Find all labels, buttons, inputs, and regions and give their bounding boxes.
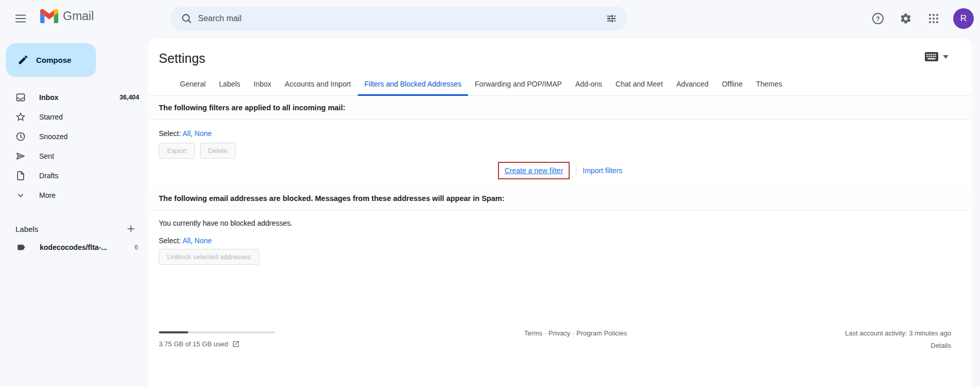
tab-inbox[interactable]: Inbox bbox=[247, 80, 278, 96]
select-none-link[interactable]: None bbox=[194, 237, 211, 245]
settings-panel: Settings General Labels Inbox Accounts a… bbox=[148, 39, 972, 387]
tab-accounts-and-import[interactable]: Accounts and Import bbox=[278, 80, 357, 96]
filters-section-header: The following filters are applied to all… bbox=[148, 96, 972, 120]
tab-offline[interactable]: Offline bbox=[715, 80, 749, 96]
separator: , bbox=[191, 237, 193, 245]
import-filters-link[interactable]: Import filters bbox=[583, 166, 622, 175]
terms-link[interactable]: Terms bbox=[524, 329, 542, 337]
clock-icon bbox=[15, 131, 26, 142]
apps-grid-icon bbox=[928, 13, 939, 24]
account-avatar[interactable]: R bbox=[953, 8, 974, 29]
tab-forwarding-pop-imap[interactable]: Forwarding and POP/IMAP bbox=[468, 80, 569, 96]
gmail-logo[interactable]: Gmail bbox=[40, 9, 94, 23]
filters-section-body: Select: All, None Export Delete Create a… bbox=[148, 129, 972, 179]
page-title: Settings bbox=[159, 51, 972, 66]
privacy-link[interactable]: Privacy bbox=[549, 329, 571, 337]
tab-chat-and-meet[interactable]: Chat and Meet bbox=[609, 80, 670, 96]
sidebar-item-snoozed[interactable]: Snoozed bbox=[0, 127, 145, 146]
select-all-link[interactable]: All bbox=[182, 129, 191, 138]
filters-actions-row: Export Delete bbox=[159, 143, 961, 159]
vertical-divider bbox=[576, 165, 576, 176]
gear-icon bbox=[900, 12, 912, 25]
account-activity: Last account activity: 3 minutes ago Det… bbox=[796, 328, 951, 349]
details-link[interactable]: Details bbox=[931, 342, 951, 349]
star-icon bbox=[15, 112, 26, 122]
search-icon bbox=[181, 13, 192, 24]
sidebar-label-item[interactable]: kodecocodes/flta-... 6 bbox=[0, 238, 145, 257]
create-filter-row: Create a new filter Import filters bbox=[159, 162, 961, 179]
sidebar-item-sent[interactable]: Sent bbox=[0, 146, 145, 166]
blocked-section-header: The following email addresses are blocke… bbox=[148, 187, 972, 211]
help-icon: ? bbox=[872, 12, 884, 25]
tab-filters-and-blocked-addresses[interactable]: Filters and Blocked Addresses bbox=[358, 80, 468, 96]
tab-add-ons[interactable]: Add-ons bbox=[569, 80, 609, 96]
legal-links: Terms · Privacy · Program Policies bbox=[355, 328, 796, 337]
label-name: kodecocodes/flta-... bbox=[40, 243, 135, 251]
select-none-link[interactable]: None bbox=[194, 129, 211, 138]
draft-file-icon bbox=[15, 171, 26, 181]
search-submit-button[interactable] bbox=[175, 7, 198, 30]
sidebar-item-more[interactable]: More bbox=[0, 186, 145, 205]
settings-header: Settings bbox=[148, 39, 972, 76]
tab-general[interactable]: General bbox=[173, 80, 212, 96]
inbox-count-badge: 36,404 bbox=[120, 94, 139, 101]
create-label-button[interactable] bbox=[124, 222, 138, 236]
pencil-icon bbox=[18, 54, 29, 65]
inbox-icon bbox=[15, 92, 26, 103]
sidebar-item-label: Snoozed bbox=[39, 132, 139, 141]
no-blocked-addresses-message: You currently have no blocked addresses. bbox=[159, 219, 961, 227]
program-policies-link[interactable]: Program Policies bbox=[576, 329, 627, 337]
open-in-new-icon[interactable] bbox=[232, 340, 240, 348]
select-label: Select: bbox=[159, 129, 181, 138]
tab-advanced[interactable]: Advanced bbox=[670, 80, 715, 96]
compose-button[interactable]: Compose bbox=[6, 43, 96, 76]
label-tag-icon bbox=[16, 243, 26, 252]
export-button[interactable]: Export bbox=[159, 143, 195, 159]
blocked-select-row: Select: All, None bbox=[159, 237, 961, 245]
sidebar-item-label: Starred bbox=[39, 113, 139, 121]
blocked-section-body: You currently have no blocked addresses.… bbox=[148, 219, 972, 265]
sidebar-item-starred[interactable]: Starred bbox=[0, 107, 145, 127]
topbar: Gmail ? R bbox=[0, 0, 980, 37]
filters-header-text: The following filters are applied to all… bbox=[159, 104, 345, 112]
input-tools-button[interactable] bbox=[925, 52, 949, 61]
sidebar: Compose Inbox 36,404 Starred Snoozed bbox=[0, 37, 145, 387]
labels-heading: Labels bbox=[15, 225, 124, 233]
delete-button[interactable]: Delete bbox=[200, 143, 236, 159]
google-apps-button[interactable] bbox=[922, 7, 945, 30]
settings-tabs: General Labels Inbox Accounts and Import… bbox=[148, 76, 972, 96]
storage-info: 3.75 GB of 15 GB used bbox=[159, 328, 355, 348]
sidebar-nav: Inbox 36,404 Starred Snoozed Sent bbox=[0, 88, 145, 205]
label-count-badge: 6 bbox=[135, 244, 138, 251]
search-input[interactable] bbox=[198, 14, 600, 23]
storage-meter-fill bbox=[159, 331, 188, 333]
sidebar-item-drafts[interactable]: Drafts bbox=[0, 166, 145, 186]
unblock-row: Unblock selected addresses bbox=[159, 249, 961, 265]
gmail-m-icon bbox=[40, 9, 58, 23]
tab-labels[interactable]: Labels bbox=[212, 80, 247, 96]
tune-icon bbox=[606, 13, 617, 24]
help-button[interactable]: ? bbox=[867, 7, 889, 30]
chevron-down-icon bbox=[15, 190, 26, 200]
settings-footer: 3.75 GB of 15 GB used Terms · Privacy · … bbox=[159, 328, 951, 349]
tab-themes[interactable]: Themes bbox=[749, 80, 789, 96]
dropdown-arrow-icon bbox=[943, 55, 949, 59]
create-new-filter-link[interactable]: Create a new filter bbox=[505, 166, 563, 175]
unblock-selected-addresses-button[interactable]: Unblock selected addresses bbox=[159, 249, 259, 265]
search-bar[interactable] bbox=[170, 6, 627, 31]
keyboard-icon bbox=[925, 52, 938, 61]
compose-label: Compose bbox=[36, 56, 71, 64]
search-options-button[interactable] bbox=[600, 7, 623, 30]
settings-button[interactable] bbox=[894, 7, 917, 30]
main-menu-button[interactable] bbox=[8, 6, 33, 31]
gmail-wordmark: Gmail bbox=[63, 9, 94, 23]
sidebar-item-inbox[interactable]: Inbox 36,404 bbox=[0, 88, 145, 107]
send-icon bbox=[15, 151, 26, 161]
filters-select-row: Select: All, None bbox=[159, 129, 961, 138]
last-activity-text: Last account activity: 3 minutes ago bbox=[796, 329, 951, 337]
sidebar-item-label: Drafts bbox=[39, 172, 139, 180]
sidebar-item-label: More bbox=[39, 191, 139, 199]
select-all-link[interactable]: All bbox=[182, 237, 191, 245]
annotation-highlight-box: Create a new filter bbox=[498, 162, 570, 179]
plus-icon bbox=[126, 224, 136, 233]
